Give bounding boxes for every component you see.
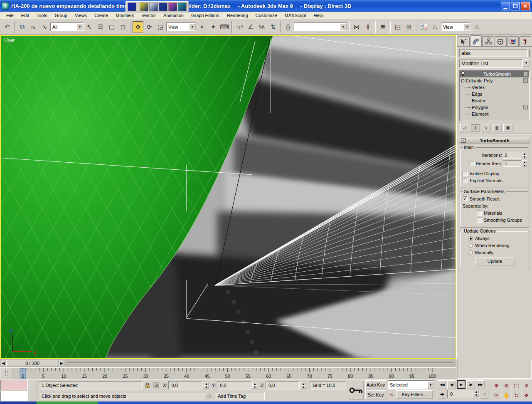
materials-checkbox[interactable] xyxy=(477,211,482,216)
render-preset-dropdown[interactable]: View▼ xyxy=(441,22,471,31)
minimize-button[interactable]: ▁ xyxy=(501,2,510,10)
auto-key-button[interactable]: Auto Key xyxy=(365,380,386,389)
listener-grip[interactable] xyxy=(29,380,37,401)
select-and-scale-icon[interactable]: ◲ xyxy=(155,21,166,33)
stack-row-border[interactable]: Border xyxy=(460,97,529,104)
spinner-snap-icon[interactable]: ⇅ xyxy=(268,21,278,33)
select-and-link-icon[interactable]: ⧉ xyxy=(17,21,27,33)
stack-row-vertex[interactable]: Vertex xyxy=(460,84,529,91)
menu-modifiers[interactable]: Modifiers xyxy=(112,12,138,18)
stack-row-polygon[interactable]: Polygon xyxy=(460,104,529,111)
arc-rotate-icon[interactable]: ↻ xyxy=(512,391,521,400)
motion-tab[interactable] xyxy=(495,36,507,46)
menu-rendering[interactable]: Rendering xyxy=(223,12,252,18)
show-end-result-icon[interactable]: ‖ xyxy=(471,124,480,131)
mini-curve-editor-button[interactable]: ⌇⌇↑↓ xyxy=(0,368,12,379)
frame-spinner[interactable]: ▲▼ xyxy=(474,390,479,399)
stack-row-box[interactable] xyxy=(523,72,528,76)
schematic-view-icon[interactable]: ⊞ xyxy=(404,21,414,33)
y-spinner[interactable]: ▲▼ xyxy=(252,382,257,389)
chevron-down-icon[interactable]: ▼ xyxy=(340,23,347,30)
menu-animation[interactable]: Animation xyxy=(160,12,187,18)
menu-tools[interactable]: Tools xyxy=(33,12,51,18)
menu-views[interactable]: Views xyxy=(71,12,91,18)
selection-filter-dropdown[interactable]: All▼ xyxy=(50,22,84,31)
select-and-rotate-icon[interactable]: ⟳ xyxy=(144,21,155,33)
isolate-notification-icon[interactable]: ☊ xyxy=(205,392,213,400)
configure-modifier-sets-icon[interactable]: ▣ xyxy=(503,124,512,131)
make-unique-icon[interactable]: ∨ xyxy=(482,124,491,131)
smoothing-groups-checkbox[interactable] xyxy=(477,218,482,223)
menu-file[interactable]: File xyxy=(2,12,17,18)
next-frame-button[interactable]: ‖▶ xyxy=(466,380,475,389)
zoom-extents-icon[interactable]: ▢ xyxy=(512,381,521,390)
rect-selection-region-icon[interactable]: ▢ xyxy=(106,21,117,33)
utilities-tab[interactable] xyxy=(519,36,531,46)
listener-script-line[interactable] xyxy=(0,391,28,401)
x-field[interactable]: 0,0 xyxy=(168,381,202,389)
remove-modifier-icon[interactable]: 🗑 xyxy=(493,124,502,131)
time-configuration-icon[interactable]: ◔ xyxy=(480,390,488,399)
mirror-icon[interactable]: ⋈ xyxy=(351,21,362,33)
selection-lock-icon[interactable] xyxy=(144,382,151,389)
time-slider-right-arrow[interactable]: ▶ xyxy=(59,360,64,367)
menu-maxscript[interactable]: MAXScript xyxy=(281,12,310,18)
hierarchy-tab[interactable] xyxy=(482,36,494,46)
floating-launcher-toolbar[interactable] xyxy=(126,1,189,12)
key-filter-scope-dropdown[interactable]: Selected ▼ xyxy=(388,380,434,389)
chevron-down-icon[interactable]: ▼ xyxy=(76,23,83,30)
angle-snap-icon[interactable]: ∠ xyxy=(245,21,256,33)
current-frame-field[interactable]: 0 xyxy=(447,390,473,398)
align-icon[interactable]: ⫴ xyxy=(362,21,373,33)
smooth-result-checkbox[interactable] xyxy=(463,196,468,201)
stack-row-turbosmooth[interactable]: TurboSmooth xyxy=(460,71,529,77)
track-bar-ruler[interactable]: 0510152025303540455055606570758085909510… xyxy=(12,368,456,379)
render-iters-checkbox[interactable] xyxy=(470,161,475,166)
select-object-icon[interactable]: ↖ xyxy=(84,21,95,33)
photo-icon[interactable] xyxy=(168,2,177,11)
window-crossing-icon[interactable]: ⊡ xyxy=(118,21,128,33)
prev-frame-button[interactable]: ◀‖ xyxy=(447,380,456,389)
maxscript-mini-listener[interactable] xyxy=(0,379,28,402)
render-iters-spinner[interactable]: ▲▼ xyxy=(522,160,527,167)
layer-manager-icon[interactable]: ≣ xyxy=(377,21,388,33)
set-keys-button[interactable] xyxy=(349,381,364,400)
named-selection-sets-icon[interactable]: {} xyxy=(283,21,293,33)
menu-graph-editors[interactable]: Graph Editors xyxy=(187,12,223,18)
bind-to-spacewarp-icon[interactable]: ∿ xyxy=(39,21,50,33)
time-slider-left-arrow[interactable]: ◀ xyxy=(1,360,6,367)
update-button[interactable]: Update xyxy=(475,258,515,265)
select-and-move-icon[interactable]: ✥ xyxy=(133,21,143,33)
modifier-enabled-bulb-icon[interactable] xyxy=(461,71,465,77)
stack-row-box[interactable] xyxy=(523,78,528,83)
always-radio[interactable] xyxy=(468,236,473,241)
zoom-extents-all-icon[interactable]: ⧈ xyxy=(522,381,531,390)
collapse-icon[interactable]: - xyxy=(461,138,466,143)
time-slider-track[interactable] xyxy=(66,362,454,364)
render-setup-icon[interactable]: ♨ xyxy=(430,21,441,33)
time-slider-handle[interactable]: 0 / 100 xyxy=(6,360,59,367)
chevron-down-icon[interactable]: ▼ xyxy=(464,23,470,30)
iterations-spinner[interactable]: ▲▼ xyxy=(522,152,527,159)
manually-radio[interactable] xyxy=(468,250,473,255)
listener-macro-line[interactable] xyxy=(0,380,28,390)
computer-icon[interactable] xyxy=(178,2,187,11)
jar-icon[interactable] xyxy=(159,2,167,11)
reference-coordinate-dropdown[interactable]: View▼ xyxy=(166,22,196,31)
stack-row-edge[interactable]: Edge xyxy=(460,91,529,97)
select-and-manipulate-icon[interactable]: ✦ xyxy=(208,21,219,33)
chevron-down-icon[interactable]: ▼ xyxy=(523,59,530,67)
viewport-user[interactable]: ZXUser xyxy=(0,35,456,359)
create-tab[interactable] xyxy=(458,36,470,46)
modify-tab[interactable] xyxy=(470,35,482,46)
isoline-display-checkbox[interactable] xyxy=(463,171,468,176)
unlink-selection-icon[interactable]: ⧅ xyxy=(28,21,39,33)
blue-square-icon[interactable] xyxy=(128,2,136,11)
set-key-button[interactable]: Set Key xyxy=(365,390,386,399)
absolute-offset-toggle-icon[interactable] xyxy=(153,382,160,389)
region-zoom-icon[interactable]: ⊡ xyxy=(492,391,501,400)
iterations-field[interactable]: 2 xyxy=(503,152,521,159)
object-name-field[interactable] xyxy=(459,49,528,57)
go-to-start-button[interactable]: ◀◀ xyxy=(438,380,446,389)
named-selection-dropdown[interactable]: ▼ xyxy=(294,22,347,31)
